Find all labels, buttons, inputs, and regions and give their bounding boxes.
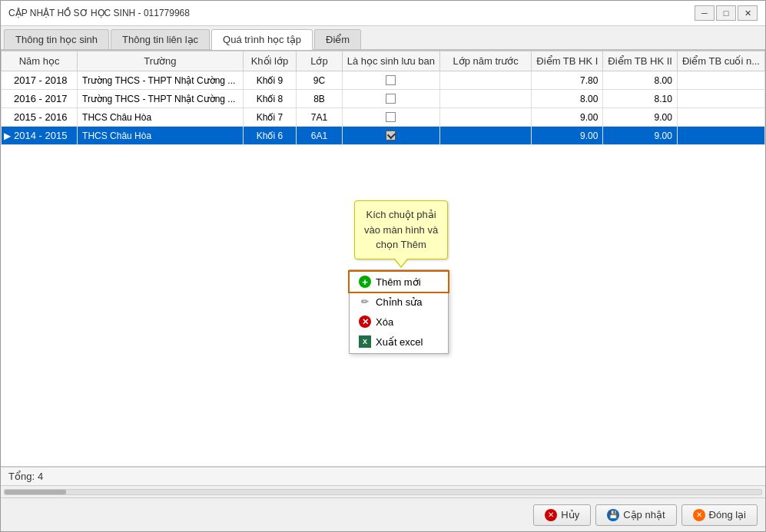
cell-luu-ban (342, 108, 439, 127)
cell-diem-hk1: 7.80 (532, 71, 603, 90)
cell-diem-cuoi-nam (677, 108, 764, 127)
cell-khoi-lop: Khối 7 (243, 108, 297, 127)
dong-lai-label: Đóng lại (709, 509, 746, 520)
horizontal-scrollbar[interactable] (1, 485, 765, 497)
cell-diem-hk1: 9.00 (532, 127, 603, 145)
cell-lop: 8B (297, 90, 342, 108)
cell-diem-hk2: 9.00 (603, 108, 678, 127)
cell-lop-nam-truoc (439, 71, 531, 90)
checkbox-luu-ban[interactable] (347, 75, 435, 85)
close-button[interactable]: ✕ (738, 5, 758, 21)
tab-thong-tin-hoc-sinh[interactable]: Thông tin học sinh (4, 29, 109, 49)
tooltip-arrow (395, 259, 407, 266)
table-row[interactable]: 2016 - 2017Trường THCS - THPT Nhật Cường… (2, 90, 765, 108)
table-header-row: Năm học Trường Khối lớp Lớp Là học sinh … (2, 51, 765, 71)
col-header-diem-hk2: Điểm TB HK II (603, 51, 678, 71)
context-label-xuat-excel: Xuất excel (376, 336, 423, 348)
context-item-them-moi[interactable]: + Thêm mới (350, 272, 448, 292)
cell-lop: 9C (297, 71, 342, 90)
cell-luu-ban (342, 127, 439, 145)
huy-button[interactable]: ✕ Hủy (533, 504, 591, 526)
tooltip-text: Kích chuột phải vào màn hình và chọn Thê… (364, 209, 438, 250)
row-indicator-cell: 2015 - 2016 (2, 108, 78, 127)
table-row[interactable]: 2017 - 2018Trường THCS - THPT Nhật Cường… (2, 71, 765, 90)
tab-qua-trinh-hoc-tap[interactable]: Quá trình học tập (211, 29, 313, 50)
row-indicator: ▶ (4, 131, 11, 141)
data-table: Năm học Trường Khối lớp Lớp Là học sinh … (1, 51, 765, 145)
cell-diem-hk2: 9.00 (603, 127, 678, 145)
cell-nam-hoc: 2016 - 2017 (14, 93, 67, 104)
cell-nam-hoc: 2015 - 2016 (14, 111, 67, 123)
table-row[interactable]: ▶2014 - 2015THCS Châu HòaKhối 66A19.009.… (2, 127, 765, 145)
cell-nam-hoc: 2017 - 2018 (14, 74, 67, 86)
window-controls: ─ □ ✕ (695, 5, 758, 21)
cell-diem-cuoi-nam (677, 90, 764, 108)
row-indicator-cell: 2016 - 2017 (2, 90, 78, 108)
context-menu: + Thêm mới ✏ Chỉnh sửa ✕ Xóa X Xu (349, 269, 449, 354)
cell-truong: Trường THCS - THPT Nhật Cường ... (78, 90, 244, 108)
cell-diem-hk1: 9.00 (532, 108, 603, 127)
cell-khoi-lop: Khối 8 (243, 90, 297, 108)
cell-lop-nam-truoc (439, 127, 531, 145)
checkbox-icon (386, 75, 396, 85)
col-header-lop-nam-truoc: Lớp năm trước (439, 51, 531, 71)
tab-bar: Thông tin học sinh Thông tin liên lạc Qu… (1, 26, 765, 51)
col-header-khoi-lop: Khối lớp (243, 51, 297, 71)
cell-diem-cuoi-nam (677, 71, 764, 90)
maximize-button[interactable]: □ (716, 5, 736, 21)
tab-diem[interactable]: Điểm (314, 29, 361, 49)
bottom-bar: ✕ Hủy 💾 Cập nhật ✕ Đóng lại (1, 497, 765, 531)
cell-khoi-lop: Khối 9 (243, 71, 297, 90)
cell-khoi-lop: Khối 6 (243, 127, 297, 145)
status-count: 4 (38, 471, 43, 482)
col-header-truong: Trường (78, 51, 244, 71)
cell-lop: 7A1 (297, 108, 342, 127)
cell-diem-cuoi-nam (677, 127, 764, 145)
col-header-diem-hk1: Điểm TB HK I (532, 51, 603, 71)
checkbox-icon (386, 94, 396, 104)
row-indicator-cell: ▶2014 - 2015 (2, 127, 78, 145)
scrollbar-track[interactable] (4, 489, 762, 495)
cell-luu-ban (342, 90, 439, 108)
checkbox-luu-ban[interactable] (347, 131, 435, 140)
plus-green-icon: + (359, 276, 371, 288)
title-bar: CẬP NHẬT HỒ SƠ HỌC SINH - 011779968 ─ □ … (1, 1, 765, 26)
context-label-chinh-sua: Chỉnh sửa (376, 296, 422, 308)
window-title: CẬP NHẬT HỒ SƠ HỌC SINH - 011779968 (8, 8, 190, 18)
cell-nam-hoc: 2014 - 2015 (14, 130, 67, 141)
tooltip-bubble: Kích chuột phải vào màn hình và chọn Thê… (354, 200, 448, 259)
table-row[interactable]: 2015 - 2016THCS Châu HòaKhối 77A19.009.0… (2, 108, 765, 127)
checkbox-luu-ban[interactable] (347, 112, 435, 122)
cell-lop: 6A1 (297, 127, 342, 145)
cell-diem-hk1: 8.00 (532, 90, 603, 108)
content-area: Năm học Trường Khối lớp Lớp Là học sinh … (1, 51, 765, 497)
context-item-xuat-excel[interactable]: X Xuất excel (350, 332, 448, 352)
minimize-button[interactable]: ─ (695, 5, 715, 21)
edit-icon: ✏ (359, 296, 371, 308)
row-indicator-cell: 2017 - 2018 (2, 71, 78, 90)
col-header-lop: Lớp (297, 51, 342, 71)
huy-label: Hủy (561, 509, 579, 520)
cap-nhat-label: Cập nhật (623, 509, 665, 520)
cell-lop-nam-truoc (439, 90, 531, 108)
cap-nhat-button[interactable]: 💾 Cập nhật (595, 504, 676, 526)
cap-nhat-icon: 💾 (607, 509, 619, 521)
dong-lai-icon: ✕ (693, 509, 705, 521)
cell-truong: Trường THCS - THPT Nhật Cường ... (78, 71, 244, 90)
col-header-luu-ban: Là học sinh lưu ban (342, 51, 439, 71)
col-header-nam-hoc: Năm học (2, 51, 78, 71)
dong-lai-button[interactable]: ✕ Đóng lại (681, 504, 758, 526)
status-bar: Tổng: 4 (1, 467, 765, 485)
cell-lop-nam-truoc (439, 108, 531, 127)
cell-truong: THCS Châu Hòa (78, 108, 244, 127)
checkbox-luu-ban[interactable] (347, 94, 435, 104)
main-window: CẬP NHẬT HỒ SƠ HỌC SINH - 011779968 ─ □ … (0, 0, 766, 532)
huy-icon: ✕ (545, 509, 557, 521)
context-item-xoa[interactable]: ✕ Xóa (350, 312, 448, 332)
checkbox-icon (386, 131, 396, 140)
cell-truong: THCS Châu Hòa (78, 127, 244, 145)
tab-thong-tin-lien-lac[interactable]: Thông tin liên lạc (111, 29, 210, 49)
scrollbar-thumb[interactable] (5, 490, 66, 494)
checkbox-icon (386, 112, 396, 122)
context-item-chinh-sua[interactable]: ✏ Chỉnh sửa (350, 292, 448, 312)
